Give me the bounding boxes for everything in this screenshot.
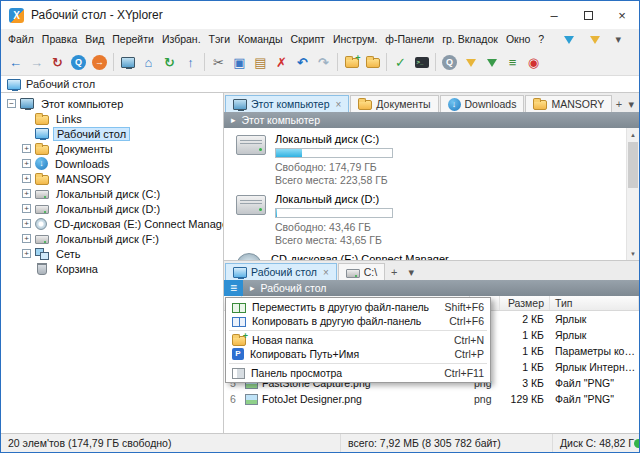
- redo-button[interactable]: ↷: [313, 51, 334, 73]
- tree-item[interactable]: +CD-дисковая (E:) Connect Manager: [1, 216, 223, 231]
- drive-entry[interactable]: CD-дисковая (E:) Connect Manager: [236, 253, 623, 260]
- tree-item[interactable]: +Локальный диск (F:): [1, 231, 223, 246]
- search-button[interactable]: Q: [68, 51, 89, 73]
- top-scrollbar[interactable]: ▲ ▼: [626, 128, 639, 260]
- tab-list-dropdown[interactable]: ▾: [626, 96, 637, 112]
- go-to-button[interactable]: →: [89, 51, 110, 73]
- tree-item[interactable]: Корзина: [1, 261, 223, 276]
- menu-item[interactable]: ф-Панели: [381, 31, 438, 47]
- menu-item[interactable]: Скрипт: [287, 31, 329, 47]
- home-button[interactable]: ⌂: [138, 51, 159, 73]
- context-menu-item-new-folder[interactable]: Новая папкаCtrl+N: [228, 333, 488, 347]
- tree-expander[interactable]: +: [22, 174, 31, 183]
- menu-item[interactable]: Инструм.: [329, 31, 381, 47]
- new-tab-button[interactable]: +: [613, 96, 624, 112]
- top-breadcrumb[interactable]: ▸ Этот компьютер: [224, 112, 639, 128]
- refresh-button[interactable]: ↻: [159, 51, 180, 73]
- menu-item[interactable]: Правка: [38, 31, 81, 47]
- tree-expander[interactable]: +: [22, 234, 31, 243]
- close-button[interactable]: ×: [605, 1, 639, 29]
- up-button[interactable]: ↑: [180, 51, 201, 73]
- new-folder-button[interactable]: [341, 51, 362, 73]
- tree-item[interactable]: −Этот компьютер: [1, 96, 223, 111]
- context-menu-item-copy-path-name[interactable]: Копировать Путь+ИмяCtrl+P: [228, 347, 488, 361]
- scroll-up-icon[interactable]: ▲: [627, 128, 639, 141]
- menu-item[interactable]: гр. Вкладок: [438, 31, 502, 47]
- tree-expander[interactable]: +: [22, 219, 31, 228]
- mini-tree-button[interactable]: ≡: [502, 51, 523, 73]
- tree-expander[interactable]: +: [22, 249, 31, 258]
- menu-item[interactable]: Файл: [4, 31, 38, 47]
- menubar-visual-filter-button[interactable]: [584, 28, 605, 50]
- column-header-size[interactable]: Размер: [500, 296, 550, 310]
- tag-filter-button[interactable]: [481, 51, 502, 73]
- menubar-tag-filter-button[interactable]: [558, 28, 579, 50]
- copy-button[interactable]: ▣: [229, 51, 250, 73]
- tree-item[interactable]: +MANSORY: [1, 171, 223, 186]
- tree-expander[interactable]: +: [22, 189, 31, 198]
- maximize-button[interactable]: [571, 1, 605, 29]
- tree-expander[interactable]: −: [7, 99, 16, 108]
- addressbar[interactable]: Рабочий стол: [1, 75, 639, 93]
- scripts-button[interactable]: ◉: [523, 51, 544, 73]
- minimize-button[interactable]: –: [537, 1, 571, 29]
- tree-item[interactable]: +Локальный диск (C:): [1, 186, 223, 201]
- menu-item[interactable]: Окно: [502, 31, 534, 47]
- tree-expander[interactable]: +: [22, 159, 31, 168]
- tab[interactable]: MANSORY: [525, 95, 612, 112]
- menu-item[interactable]: Вид: [81, 31, 108, 47]
- recent-location-button[interactable]: ↻: [47, 51, 68, 73]
- app-logo-icon: X: [9, 8, 24, 23]
- tab[interactable]: C:\: [338, 263, 385, 280]
- tree-item[interactable]: +Downloads: [1, 156, 223, 171]
- file-type: Файл "PNG": [550, 391, 639, 407]
- tab-close-icon[interactable]: ×: [336, 99, 342, 110]
- file-type: Ярлык: [550, 311, 639, 327]
- undo-button[interactable]: ↶: [292, 51, 313, 73]
- cut-button[interactable]: ✂: [208, 51, 229, 73]
- visual-filter-button[interactable]: [460, 51, 481, 73]
- tab[interactable]: Этот компьютер×: [225, 95, 349, 112]
- menu-separator: [229, 363, 487, 364]
- tab[interactable]: Downloads: [440, 95, 525, 112]
- context-menu-item-copy-to-other-pane[interactable]: Копировать в другую файл-панельCtrl+F6: [228, 314, 488, 328]
- drive-icon: [346, 269, 360, 278]
- drive-entry[interactable]: Локальный диск (D:)Свободно: 43,46 ГБВсе…: [236, 193, 623, 247]
- menu-item[interactable]: Тэги: [205, 31, 234, 47]
- delete-button[interactable]: ✗: [271, 51, 292, 73]
- console-button[interactable]: [411, 51, 432, 73]
- paste-button[interactable]: ▤: [250, 51, 271, 73]
- tree-expander[interactable]: +: [22, 144, 31, 153]
- select-button[interactable]: ✓: [390, 51, 411, 73]
- scroll-thumb[interactable]: [628, 142, 638, 188]
- context-menu-item-preview-pane[interactable]: Панель просмотраCtrl+F11: [228, 366, 488, 380]
- tree-item[interactable]: +Сеть: [1, 246, 223, 261]
- zoom-button[interactable]: Q: [439, 51, 460, 73]
- tree-expander[interactable]: +: [22, 204, 31, 213]
- column-header-type[interactable]: Тип: [550, 296, 639, 310]
- tab-close-icon[interactable]: ×: [323, 267, 329, 278]
- scroll-down-icon[interactable]: ▼: [627, 247, 639, 260]
- go-up-folder-button[interactable]: [362, 51, 383, 73]
- menu-item[interactable]: Перейти: [108, 31, 158, 47]
- tab[interactable]: Рабочий стол×: [225, 263, 337, 280]
- tab[interactable]: Документы: [350, 95, 438, 112]
- tree-item[interactable]: +Локальный диск (D:): [1, 201, 223, 216]
- back-button[interactable]: ←: [5, 51, 26, 73]
- file-row[interactable]: 6FotoJet Designer.pngpng129 КБФайл "PNG": [224, 391, 639, 407]
- drive-entry[interactable]: Локальный диск (C:)Свободно: 174,79 ГБВс…: [236, 133, 623, 187]
- bottom-breadcrumb[interactable]: ▸ Рабочий стол: [243, 280, 639, 296]
- menu-item[interactable]: Команды: [234, 31, 287, 47]
- tab-list-dropdown[interactable]: ▾: [403, 264, 419, 280]
- menubar-filter-dropdown[interactable]: ▾: [610, 31, 626, 47]
- menu-item[interactable]: Избран.: [158, 31, 205, 47]
- tree-item[interactable]: Рабочий стол: [1, 126, 223, 141]
- new-tab-button[interactable]: +: [386, 264, 402, 280]
- forward-button[interactable]: →: [26, 51, 47, 73]
- tree-item[interactable]: +Документы: [1, 141, 223, 156]
- context-menu-item-move-to-other-pane[interactable]: Переместить в другую файл-панельShift+F6: [228, 300, 488, 314]
- pane-menu-button[interactable]: ≡: [224, 280, 243, 296]
- menu-item[interactable]: ?: [534, 31, 548, 47]
- tree-item[interactable]: Links: [1, 111, 223, 126]
- this-pc-button[interactable]: [117, 51, 138, 73]
